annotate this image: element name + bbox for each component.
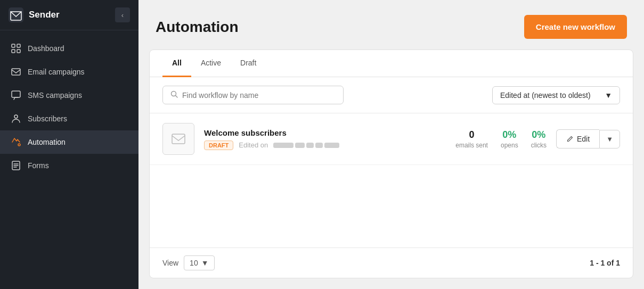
email-icon [11,67,21,77]
svg-rect-6 [12,91,20,97]
workflow-name: Welcome subscribers [204,128,446,137]
svg-rect-2 [17,44,20,47]
sidebar-collapse-button[interactable]: ‹ [115,7,130,22]
view-label: View [162,259,178,267]
sidebar-header: Sender ‹ [0,0,138,30]
edited-text: Edited on [239,141,268,149]
clicks-value: 0% [531,129,547,141]
edit-button[interactable]: Edit [556,129,599,148]
workflow-list: Welcome subscribers DRAFT Edited on [150,113,633,247]
svg-point-7 [14,115,18,118]
table-row: Welcome subscribers DRAFT Edited on [150,113,633,165]
sort-dropdown[interactable]: Edited at (newest to oldest) ▼ [492,86,620,104]
sms-icon [11,90,21,101]
sidebar-item-label: Dashboard [28,44,64,53]
view-count-dropdown[interactable]: 10 ▼ [184,255,214,270]
status-badge: DRAFT [204,141,233,150]
sort-label: Edited at (newest to oldest) [500,91,591,100]
chevron-down-icon: ▼ [606,135,613,143]
svg-point-8 [18,144,20,146]
sidebar-item-forms[interactable]: Forms [0,154,138,177]
workflow-meta: DRAFT Edited on [204,141,446,150]
page-title: Automation [156,19,239,36]
sidebar-item-label: Automation [28,138,66,146]
main-content: Automation Create new workflow All Activ… [138,0,644,289]
tab-active[interactable]: Active [191,50,231,77]
sidebar-nav: Dashboard Email campaigns SMS campaigns … [0,30,138,289]
sidebar-item-automation[interactable]: Automation [0,130,138,154]
svg-rect-3 [12,49,15,53]
tab-all[interactable]: All [162,50,191,77]
search-row: Edited at (newest to oldest) ▼ [150,77,633,113]
sidebar-logo: Sender [9,7,60,22]
forms-icon [11,160,21,171]
stat-emails-sent: 0 emails sent [455,129,488,149]
svg-rect-5 [12,69,20,75]
svg-rect-1 [12,44,15,47]
app-name: Sender [29,10,60,20]
clicks-label: clicks [531,142,547,149]
envelope-icon [171,131,186,146]
sidebar-item-dashboard[interactable]: Dashboard [0,37,138,60]
svg-rect-4 [17,49,20,53]
content-card: All Active Draft Edited at (newest to ol… [149,49,633,278]
stat-opens: 0% opens [501,129,518,149]
workflow-info: Welcome subscribers DRAFT Edited on [204,128,446,150]
automation-icon [11,137,21,147]
sidebar-item-subscribers[interactable]: Subscribers [0,107,138,130]
subscribers-icon [11,113,21,124]
chevron-down-icon: ▼ [605,91,612,100]
view-count-value: 10 [190,259,198,267]
chevron-down-icon: ▼ [201,259,209,267]
svg-rect-11 [172,134,185,144]
edit-icon [566,135,574,143]
main-header: Automation Create new workflow [138,0,644,49]
workflow-icon-box [162,123,194,155]
sidebar-item-label: Subscribers [28,114,67,123]
sidebar-item-label: Email campaigns [28,68,85,76]
grid-icon [11,43,21,54]
emails-sent-value: 0 [455,129,488,141]
sidebar: Sender ‹ Dashboard Email campaigns SMS c… [0,0,138,289]
workflow-dropdown-button[interactable]: ▼ [599,130,620,148]
pagination-info: 1 - 1 of 1 [590,259,620,267]
emails-sent-label: emails sent [455,142,488,149]
pagination-row: View 10 ▼ 1 - 1 of 1 [150,247,633,278]
search-icon [170,90,178,100]
create-workflow-button[interactable]: Create new workflow [524,15,627,39]
tab-draft[interactable]: Draft [231,50,266,77]
workflow-stats: 0 emails sent 0% opens 0% clicks [455,129,547,149]
tabs-bar: All Active Draft [150,50,633,77]
edit-label: Edit [577,135,590,143]
opens-value: 0% [501,129,518,141]
view-select: View 10 ▼ [162,255,215,270]
workflow-actions: Edit ▼ [556,129,620,148]
logo-icon [9,7,23,22]
sidebar-item-email-campaigns[interactable]: Email campaigns [0,60,138,84]
opens-label: opens [501,142,518,149]
sidebar-item-sms-campaigns[interactable]: SMS campaigns [0,84,138,107]
sidebar-item-label: SMS campaigns [28,91,82,100]
stat-clicks: 0% clicks [531,129,547,149]
sidebar-item-label: Forms [28,161,49,170]
redacted-bar [273,143,339,148]
search-box [162,86,344,104]
search-input[interactable] [182,91,336,100]
